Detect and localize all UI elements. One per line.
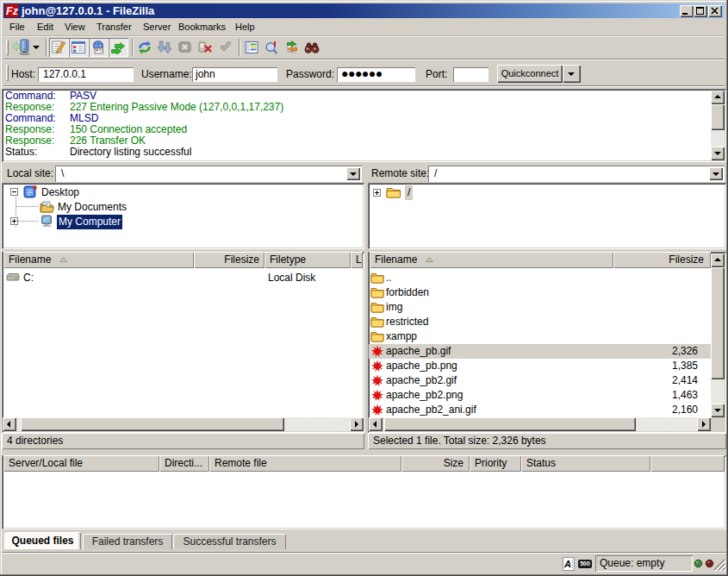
svg-text:Fz: Fz — [6, 5, 18, 17]
